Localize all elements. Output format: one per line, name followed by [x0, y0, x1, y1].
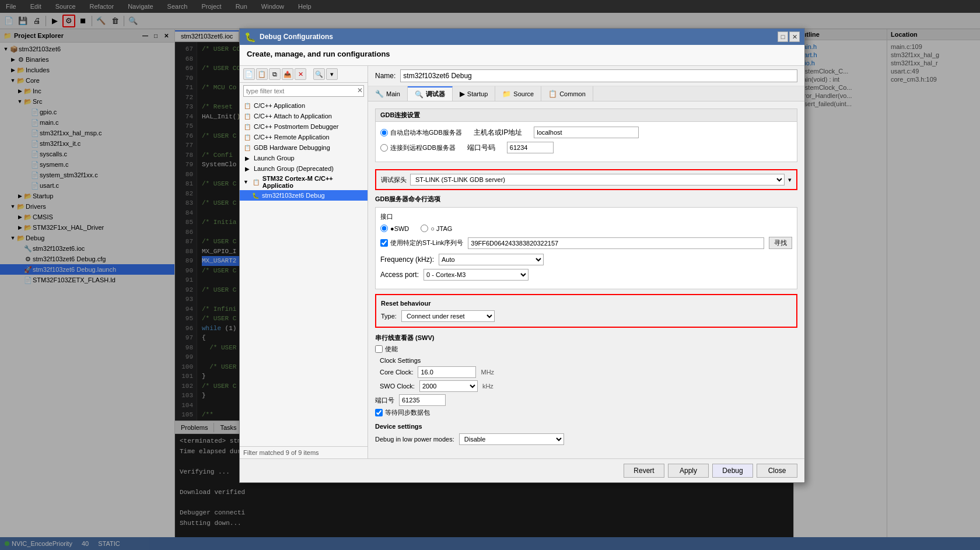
jtag-radio[interactable]: ○ JTAG: [421, 225, 452, 232]
access-port-row: Access port: 0 - Cortex-M3: [380, 269, 792, 281]
config-menu-btn[interactable]: ▾: [326, 68, 338, 80]
auto-start-label: 自动启动本地GDB服务器: [390, 128, 462, 137]
config-group-remote[interactable]: 📋 C/C++ Remote Application: [240, 132, 368, 142]
name-input[interactable]: [400, 69, 797, 82]
config-group-cpp-attach[interactable]: 📋 C/C++ Attach to Application: [240, 111, 368, 121]
host-input[interactable]: [534, 127, 639, 138]
swv-enable-checkbox[interactable]: [375, 345, 383, 353]
tab-startup[interactable]: ▶ Startup: [453, 86, 495, 101]
new-config-type-btn[interactable]: 📋: [256, 68, 268, 80]
config-group-postmortem[interactable]: 📋 C/C++ Postmortem Debugger: [240, 121, 368, 132]
device-settings-section: Device settings Debug in low power modes…: [375, 423, 797, 445]
remote-radio[interactable]: 连接到远程GDB服务器: [380, 143, 456, 152]
stlink-checkbox-label[interactable]: 使用特定的ST-Link序列号: [380, 239, 463, 247]
probe-select[interactable]: ST-LINK (ST-LINK GDB server): [410, 174, 785, 185]
probe-label: 调试探头: [381, 176, 407, 184]
dialog-close-btn[interactable]: ✕: [789, 31, 800, 42]
probe-dropdown-arrow: ▾: [788, 176, 792, 184]
swv-enable: 使能: [375, 345, 797, 353]
config-group-launch-dep[interactable]: ▶ Launch Group (Deprecated): [240, 163, 368, 174]
stlink-serial-input[interactable]: [468, 237, 764, 249]
dialog-footer: Revert Apply Debug Close: [240, 458, 804, 482]
config-group-launch[interactable]: ▶ Launch Group: [240, 153, 368, 163]
clock-section: Clock Settings Core Clock: MHz SWO Clock…: [380, 357, 797, 392]
dialog-title-left: 🐛 Debug Configurations: [244, 31, 333, 43]
core-clock-input[interactable]: [418, 366, 476, 378]
wait-sync-checkbox[interactable]: [375, 409, 383, 416]
config-cpp-attach-icon: 📋: [243, 112, 251, 120]
swd-radio[interactable]: ●SWD: [380, 225, 409, 232]
device-debug-select[interactable]: Disable: [459, 433, 564, 445]
config-item-stm32-debug[interactable]: 🐛 stm32f103zet6 Debug: [240, 190, 368, 201]
filter-box: ✕: [243, 85, 364, 97]
stlink-checkbox[interactable]: [380, 239, 388, 247]
dialog-controls: □ ✕: [778, 31, 800, 42]
swo-clock-select[interactable]: 2000: [419, 380, 478, 392]
gdb-remote-row: 连接到远程GDB服务器 端口号码: [380, 142, 792, 153]
config-group-cpp-app[interactable]: 📋 C/C++ Application: [240, 100, 368, 111]
swo-clock-unit: kHz: [482, 383, 494, 390]
close-btn[interactable]: Close: [757, 464, 797, 478]
filter-clear-btn[interactable]: ✕: [357, 86, 363, 94]
new-config-btn[interactable]: 📄: [243, 68, 255, 80]
debug-config-dialog: 🐛 Debug Configurations □ ✕ Create, manag…: [239, 28, 805, 483]
access-port-label: Access port:: [380, 271, 419, 279]
device-debug-label: Debug in low power modes:: [375, 436, 454, 443]
config-remote-icon: 📋: [243, 133, 251, 141]
tab-main[interactable]: 🔧 Main: [368, 86, 408, 101]
stlink-label: 使用特定的ST-Link序列号: [390, 239, 463, 247]
name-row: Name:: [368, 66, 804, 86]
stlink-row: 使用特定的ST-Link序列号 寻找: [380, 237, 792, 249]
find-stlink-btn[interactable]: 寻找: [769, 237, 792, 249]
filter-count-text: Filter matched 9 of 9 items: [243, 449, 319, 456]
duplicate-config-btn[interactable]: ⧉: [269, 68, 281, 80]
access-port-select[interactable]: 0 - Cortex-M3: [424, 269, 528, 281]
swv-port-row: 端口号: [375, 394, 797, 406]
tab-source[interactable]: 📁 Source: [495, 86, 541, 101]
tab-common[interactable]: 📋 Common: [541, 86, 593, 101]
swv-enable-label: 使能: [385, 345, 398, 353]
reset-type-label: Type:: [381, 313, 397, 320]
export-config-btn[interactable]: 📤: [282, 68, 293, 80]
filter-input[interactable]: [243, 85, 364, 97]
swv-port-label: 端口号: [375, 396, 394, 405]
revert-btn[interactable]: Revert: [624, 464, 664, 478]
reset-type-select[interactable]: Connect under reset: [401, 310, 495, 322]
reset-type-row: Type: Connect under reset: [381, 310, 792, 322]
config-group-gdb-hw[interactable]: 📋 GDB Hardware Debugging: [240, 142, 368, 153]
dialog-overlay: 🐛 Debug Configurations □ ✕ Create, manag…: [0, 0, 980, 550]
dialog-minimize-btn[interactable]: □: [778, 31, 788, 42]
frequency-select[interactable]: Auto: [439, 254, 544, 265]
config-postmortem-icon: 📋: [243, 122, 251, 131]
port-input[interactable]: [507, 142, 554, 153]
frequency-row: Frequency (kHz): Auto: [380, 254, 792, 265]
delete-config-btn[interactable]: ✕: [295, 68, 306, 80]
debug-btn[interactable]: Debug: [712, 464, 753, 478]
common-tab-label: Common: [559, 90, 586, 97]
tree-expand-stm32: ▼: [243, 179, 249, 185]
jtag-label: ○ JTAG: [430, 225, 452, 232]
gdb-connection-body: 自动启动本地GDB服务器 主机名或IP地址 连接到远程GDB服务器: [376, 122, 797, 162]
auto-start-radio[interactable]: 自动启动本地GDB服务器: [380, 128, 462, 137]
filter-config-btn[interactable]: 🔍: [313, 68, 325, 80]
debug-dialog-icon: 🐛: [244, 31, 256, 43]
dialog-config-tree-panel: 📄 📋 ⧉ 📤 ✕ 🔍 ▾ ✕: [240, 66, 368, 458]
interface-label: 接口: [380, 212, 792, 221]
device-debug-row: Debug in low power modes: Disable: [375, 433, 797, 445]
config-launch-dep-icon: ▶: [243, 164, 251, 173]
dialog-body: 📄 📋 ⧉ 📤 ✕ 🔍 ▾ ✕: [240, 66, 804, 458]
apply-btn[interactable]: Apply: [668, 464, 709, 478]
debugger-tab-icon: 🔍: [415, 90, 424, 99]
port-label: 端口号码: [467, 143, 495, 153]
swv-port-input[interactable]: [399, 394, 446, 406]
dialog-config-detail: Name: 🔧 Main 🔍 调试器 ▶ Sta: [368, 66, 804, 458]
tab-debugger[interactable]: 🔍 调试器: [408, 86, 453, 101]
gdb-options-title: GDB服务器命令行选项: [375, 195, 797, 204]
reset-behaviour-box: Reset behaviour Type: Connect under rese…: [375, 294, 797, 328]
swo-clock-row: SWO Clock: 2000 kHz: [380, 380, 797, 392]
config-tree: 📋 C/C++ Application 📋 C/C++ Attach to Ap…: [240, 99, 368, 446]
wait-sync-label: 等待同步数据包: [385, 408, 430, 417]
config-group-stm32[interactable]: ▼ 📋 STM32 Cortex-M C/C++ Applicatio: [240, 174, 368, 190]
swd-label: ●SWD: [390, 225, 409, 232]
source-tab-icon: 📁: [502, 90, 511, 98]
